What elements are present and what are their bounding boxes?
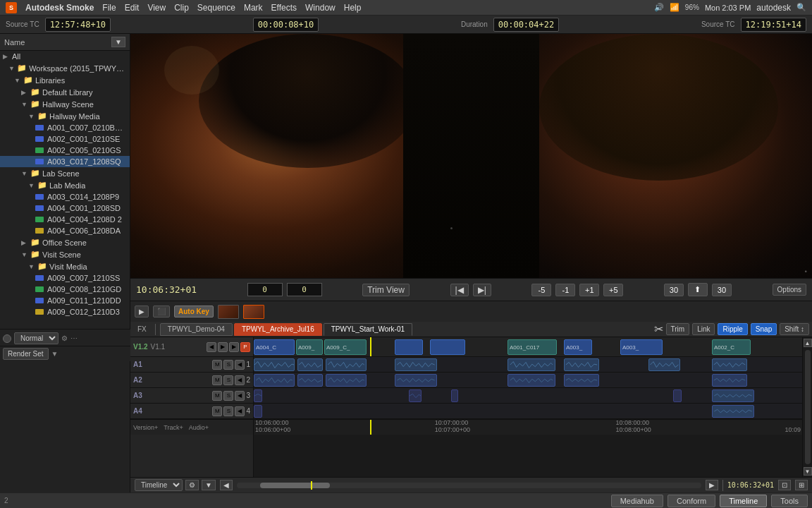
sidebar-item-a001-c007[interactable]: A001_C007_0210BQ b — [0, 122, 130, 133]
track-label[interactable]: Track+ — [164, 424, 183, 431]
sidebar-item-a009-c007[interactable]: A009_C007_1210SS — [0, 272, 130, 284]
audio-a3-clip3[interactable] — [451, 389, 458, 402]
trim-btn[interactable]: Trim — [666, 323, 690, 335]
audio-a4-track[interactable] — [254, 404, 802, 419]
tc-input-2[interactable] — [287, 283, 322, 296]
sidebar-item-visit-scene[interactable]: ▼ 📁 Visit Scene — [0, 248, 130, 260]
audio-a2-clip3[interactable] — [326, 374, 367, 387]
menu-clip[interactable]: Clip — [174, 3, 189, 13]
options-btn[interactable]: Options — [773, 284, 806, 296]
menu-window[interactable]: Window — [305, 3, 336, 13]
tool-btn-2[interactable]: ⬛ — [153, 306, 170, 318]
sidebar-item-hallway-media[interactable]: ▼ 📁 Hallway Media — [0, 110, 130, 122]
seq-tab-demo[interactable]: TPWYL_Demo-04 — [160, 323, 233, 336]
audio-label[interactable]: Audio+ — [189, 424, 209, 431]
status-tab-timeline[interactable]: Timeline — [720, 495, 767, 507]
a3-mute-btn[interactable]: M — [212, 391, 222, 401]
a1-mute-btn[interactable]: M — [212, 360, 222, 370]
sidebar-item-lab-media[interactable]: ▼ 📁 Lab Media — [0, 179, 130, 191]
track-v-record-btn[interactable]: P — [240, 342, 250, 352]
a4-mute-btn[interactable]: M — [212, 406, 222, 416]
scroll-down-btn[interactable]: ▼ — [804, 467, 812, 476]
sidebar-item-libraries[interactable]: ▼ 📁 Libraries — [0, 74, 130, 86]
ripple-btn[interactable]: Ripple — [718, 323, 747, 335]
trim-view-btn[interactable]: Trim View — [362, 284, 410, 296]
audio-a3-clip4[interactable] — [673, 389, 682, 402]
scroll-left-btn[interactable]: ◀ — [220, 480, 233, 490]
render-arrow[interactable]: ▼ — [51, 350, 59, 358]
next-frame-btn[interactable]: ▶| — [473, 284, 491, 296]
audio-a1-clip8[interactable] — [712, 358, 747, 371]
sidebar-collapse-btn[interactable]: ▼ — [111, 37, 125, 47]
audio-a2-track[interactable] — [254, 373, 802, 388]
track-v-btn2[interactable]: ▶ — [218, 342, 228, 352]
thumb-preview-2[interactable] — [243, 305, 264, 319]
seq-tab-archive[interactable]: TPWYL_Archive_Jul16 — [234, 323, 322, 336]
audio-a1-clip7[interactable] — [648, 358, 680, 371]
scroll-up-btn[interactable]: ▲ — [804, 339, 812, 347]
a4-btn3[interactable]: ◀ — [235, 406, 245, 416]
menu-sequence[interactable]: Sequence — [197, 3, 235, 13]
render-set-btn[interactable]: Render Set — [3, 348, 49, 360]
share-btn[interactable]: ⬆ — [688, 283, 708, 296]
duration-value[interactable]: 00:00:04+22 — [493, 18, 559, 32]
video-clip-6[interactable]: A001_C017 — [508, 339, 557, 355]
sidebar-item-office-scene[interactable]: ▶ 📁 Office Scene — [0, 236, 130, 248]
menu-view[interactable]: View — [147, 3, 166, 13]
status-tab-mediahub[interactable]: Mediahub — [611, 495, 663, 507]
zoom-fit-btn[interactable]: ⊡ — [778, 480, 791, 490]
version-label[interactable]: Version+ — [133, 424, 158, 431]
track-v-btn1[interactable]: ◀ — [207, 342, 216, 352]
snap-btn[interactable]: Snap — [751, 323, 777, 335]
track-v-btn3[interactable]: ▶ — [229, 342, 239, 352]
settings-icon[interactable]: ⚙ — [61, 334, 68, 342]
scroll-right-btn[interactable]: ▶ — [706, 480, 718, 490]
timeline-settings-btn[interactable]: ⚙ — [185, 480, 199, 490]
menu-help[interactable]: Help — [344, 3, 362, 13]
audio-a3-track[interactable] — [254, 388, 802, 404]
audio-a4-clip2[interactable] — [712, 405, 754, 418]
video-clip-a004[interactable]: A004_C — [254, 339, 295, 355]
video-clip-2[interactable]: A009_ — [296, 339, 323, 355]
audio-a3-clip5[interactable] — [712, 389, 754, 402]
timeline-tracks[interactable]: A004_C A009_ A009_C_ A001_C017 A003_ A00… — [254, 337, 802, 477]
audio-a1-clip1[interactable] — [254, 358, 295, 371]
a3-btn3[interactable]: ◀ — [235, 391, 245, 401]
sidebar-dot-btn[interactable] — [3, 334, 11, 343]
fwd1-btn[interactable]: +1 — [579, 284, 599, 296]
sidebar-item-default-library[interactable]: ▶ 📁 Default Library — [0, 86, 130, 98]
sidebar-item-a002-c001[interactable]: A002_C001_0210SE — [0, 133, 130, 145]
menu-effects[interactable]: Effects — [271, 3, 297, 13]
sidebar-item-a004-c006[interactable]: A004_C006_1208DA — [0, 225, 130, 236]
sidebar-item-visit-media[interactable]: ▼ 📁 Visit Media — [0, 260, 130, 272]
video-clip-7[interactable]: A003_ — [564, 339, 592, 355]
a2-solo-btn[interactable]: S — [223, 375, 233, 385]
a1-btn3[interactable]: ◀ — [235, 360, 245, 370]
prev-frame-btn[interactable]: |◀ — [450, 284, 469, 296]
scrollbar-thumb[interactable] — [805, 350, 811, 464]
tc-input-1[interactable] — [247, 283, 283, 296]
tool-btn-1[interactable]: ▶ — [135, 306, 149, 318]
sidebar-item-all[interactable]: ▶ All — [0, 51, 130, 62]
a2-mute-btn[interactable]: M — [212, 375, 222, 385]
audio-a2-clip2[interactable] — [297, 374, 323, 387]
audio-a4-clip1[interactable] — [254, 405, 262, 418]
video-clip-9[interactable]: A002_C — [712, 339, 751, 355]
audio-a2-clip1[interactable] — [254, 374, 295, 387]
status-tab-tools[interactable]: Tools — [771, 495, 808, 507]
sidebar-item-a009-c011[interactable]: A009_C011_1210DD — [0, 295, 130, 306]
a2-btn3[interactable]: ◀ — [235, 375, 245, 385]
timeline-menu-btn[interactable]: ▼ — [202, 480, 216, 490]
center-tc-value[interactable]: 00:00:08+10 — [253, 18, 319, 32]
timeline-scroll-thumb[interactable] — [260, 483, 330, 488]
menu-edit[interactable]: Edit — [125, 3, 140, 13]
sidebar-item-a004-c001[interactable]: A004_C001_1208SD — [0, 202, 130, 214]
sidebar-item-workspace[interactable]: ▼ 📁 Workspace (2015_TPWYL_01) — [0, 62, 130, 74]
video-clip-4[interactable] — [395, 339, 423, 355]
audio-a2-clip4[interactable] — [395, 374, 437, 387]
video-clip-8[interactable]: A003_ — [620, 339, 663, 355]
fwd5-btn[interactable]: +5 — [603, 284, 623, 296]
sidebar-item-a003-c017[interactable]: A003_C017_1208SQ — [0, 156, 130, 167]
back1-btn[interactable]: -1 — [555, 284, 575, 296]
audio-a1-track[interactable] — [254, 357, 802, 373]
